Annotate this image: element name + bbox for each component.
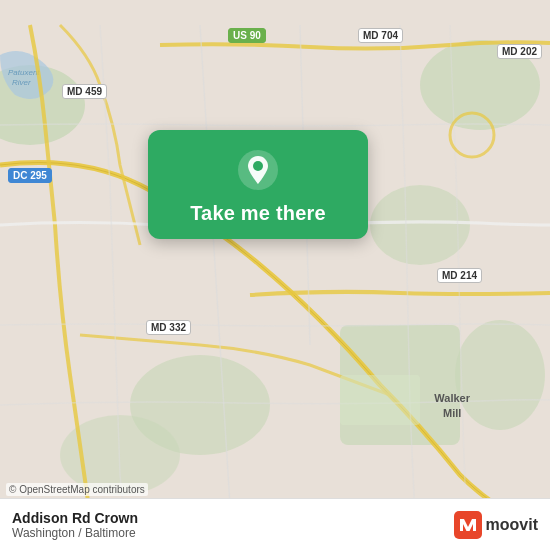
road-label-md704: MD 704 xyxy=(358,28,403,43)
road-label-md459: MD 459 xyxy=(62,84,107,99)
location-name: Addison Rd Crown xyxy=(12,510,138,526)
bottom-bar: Addison Rd Crown Washington / Baltimore … xyxy=(0,498,550,550)
location-region: Washington / Baltimore xyxy=(12,526,138,540)
svg-rect-14 xyxy=(454,511,482,539)
road-label-md332: MD 332 xyxy=(146,320,191,335)
svg-text:Patuxent: Patuxent xyxy=(8,68,40,77)
svg-point-13 xyxy=(253,161,263,171)
map-pin-icon xyxy=(236,148,280,192)
map-attribution: © OpenStreetMap contributors xyxy=(6,483,148,496)
walker-mill-label: WalkerMill xyxy=(434,391,470,420)
map-container: Patuxent River US 90 MD 704 xyxy=(0,0,550,550)
svg-text:River: River xyxy=(12,78,31,87)
take-me-there-card[interactable]: Take me there xyxy=(148,130,368,239)
moovit-logo: moovit xyxy=(454,511,538,539)
road-label-md202: MD 202 xyxy=(497,44,542,59)
take-me-there-label[interactable]: Take me there xyxy=(190,202,326,225)
moovit-logo-text: moovit xyxy=(486,516,538,534)
moovit-logo-icon xyxy=(454,511,482,539)
svg-rect-11 xyxy=(340,375,420,425)
svg-point-3 xyxy=(370,185,470,265)
road-label-us90: US 90 xyxy=(228,28,266,43)
road-label-md214: MD 214 xyxy=(437,268,482,283)
location-info: Addison Rd Crown Washington / Baltimore xyxy=(12,510,138,540)
road-label-dc295: DC 295 xyxy=(8,168,52,183)
